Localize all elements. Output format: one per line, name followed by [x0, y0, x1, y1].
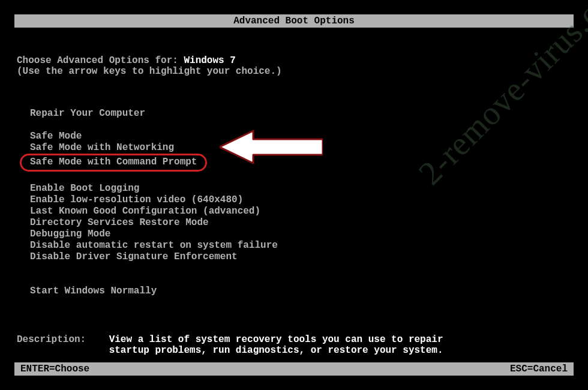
footer-enter: ENTER=Choose: [20, 362, 89, 376]
menu-item-start-normally[interactable]: Start Windows Normally: [30, 286, 574, 297]
spacer: [30, 172, 574, 183]
menu-item-debug[interactable]: Debugging Mode: [30, 229, 574, 240]
description-label: Description:: [17, 334, 109, 345]
menu-item-repair[interactable]: Repair Your Computer: [30, 108, 574, 119]
boot-menu[interactable]: Repair Your Computer Safe Mode Safe Mode…: [30, 108, 574, 297]
boot-options-screen: Advanced Boot Options Choose Advanced Op…: [0, 0, 588, 390]
intro-line: Choose Advanced Options for: Windows 7: [17, 55, 574, 66]
menu-item-no-auto-restart[interactable]: Disable automatic restart on system fail…: [30, 240, 574, 251]
description-text: View a list of system recovery tools you…: [109, 334, 443, 356]
intro-hint: (Use the arrow keys to highlight your ch…: [17, 66, 574, 77]
menu-item-safe-mode[interactable]: Safe Mode: [30, 131, 574, 142]
spacer: [30, 263, 574, 286]
menu-item-boot-logging[interactable]: Enable Boot Logging: [30, 183, 574, 194]
title-bar: Advanced Boot Options: [14, 14, 574, 28]
title-text: Advanced Boot Options: [233, 16, 355, 26]
description-block: Description: View a list of system recov…: [17, 334, 574, 356]
menu-item-no-driver-sig[interactable]: Disable Driver Signature Enforcement: [30, 251, 574, 263]
footer-esc: ESC=Cancel: [510, 362, 568, 376]
footer-bar: ENTER=Choose ESC=Cancel: [14, 362, 574, 376]
menu-item-safe-mode-networking[interactable]: Safe Mode with Networking: [30, 142, 574, 154]
menu-item-safe-mode-cmd[interactable]: Safe Mode with Command Prompt: [20, 154, 207, 172]
intro-block: Choose Advanced Options for: Windows 7 (…: [17, 55, 574, 77]
spacer: [30, 119, 574, 131]
intro-prefix: Choose Advanced Options for:: [17, 55, 184, 66]
menu-item-low-res[interactable]: Enable low-resolution video (640x480): [30, 194, 574, 206]
menu-item-safe-mode-cmd-wrapper: Safe Mode with Command Prompt: [30, 154, 574, 172]
os-name: Windows 7: [184, 55, 235, 66]
menu-item-lkgc[interactable]: Last Known Good Configuration (advanced): [30, 206, 574, 217]
menu-item-dsrm[interactable]: Directory Services Restore Mode: [30, 217, 574, 229]
